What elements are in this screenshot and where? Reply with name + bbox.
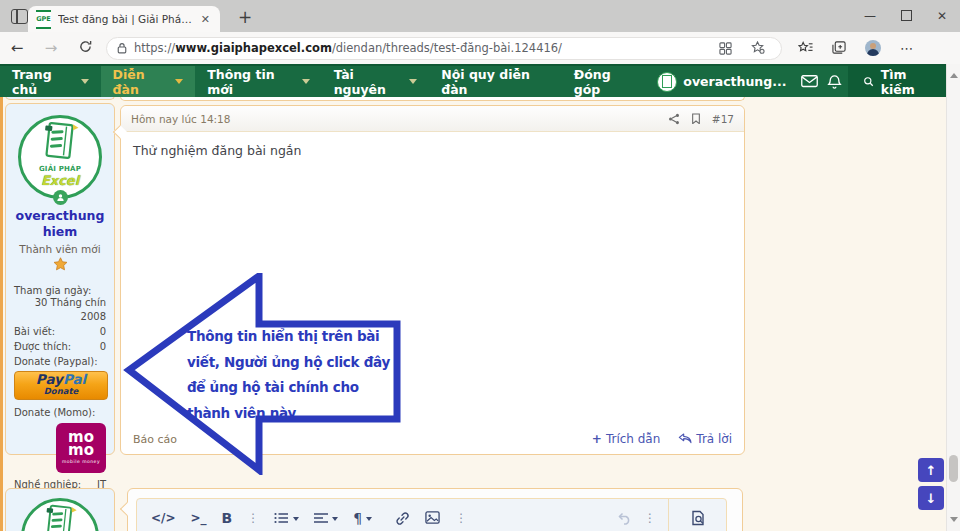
profile-avatar bbox=[865, 40, 881, 56]
chevron-down-icon bbox=[332, 517, 338, 524]
nav-item-tai-nguyen[interactable]: Tài nguyên bbox=[322, 66, 430, 97]
list-icon bbox=[274, 512, 289, 524]
browser-titlebar: GPE Test đăng bài | Giải Pháp Excel ✕ + … bbox=[0, 0, 960, 32]
scroll-down-button[interactable]: ↓ bbox=[918, 486, 944, 510]
bold-button[interactable]: B bbox=[222, 510, 233, 526]
chevron-down-icon bbox=[81, 79, 89, 88]
post-author-username[interactable]: overacthunghiem bbox=[14, 208, 106, 241]
favorites-button[interactable] bbox=[792, 36, 818, 60]
user-avatar-small bbox=[657, 72, 677, 92]
nav-item-dong-gop[interactable]: Đóng góp bbox=[562, 66, 648, 97]
browser-menu-button[interactable]: ⋯ bbox=[894, 36, 920, 60]
align-icon bbox=[314, 512, 328, 524]
stat-value: 0 bbox=[100, 324, 106, 339]
tab-favicon-icon: GPE bbox=[36, 10, 51, 29]
undo-button[interactable] bbox=[618, 512, 632, 525]
forward-button[interactable]: → bbox=[34, 39, 68, 57]
align-button[interactable] bbox=[314, 512, 338, 524]
member-star-icon bbox=[14, 257, 106, 276]
tab-close-icon[interactable]: ✕ bbox=[199, 13, 212, 26]
stat-label: Bài viết: bbox=[14, 324, 55, 339]
toolbar-overflow-icon[interactable]: ⋮ bbox=[644, 511, 656, 525]
user-card: GIẢI PHÁP Excel overacthunghiem Thành vi… bbox=[5, 103, 115, 455]
nav-item-thong-tin-moi[interactable]: Thông tin mới bbox=[195, 66, 321, 97]
post-number[interactable]: #17 bbox=[712, 113, 734, 125]
nav-label: Trang chủ bbox=[12, 67, 74, 97]
online-status-icon bbox=[53, 190, 68, 205]
scrollbar-up-icon[interactable] bbox=[950, 69, 958, 78]
nav-item-dien-dan[interactable]: Diễn đàn bbox=[101, 66, 196, 97]
nav-label: Diễn đàn bbox=[113, 67, 169, 97]
search-button[interactable]: Tìm kiếm bbox=[848, 66, 946, 97]
user-avatar[interactable]: GIẢI PHÁP Excel bbox=[18, 115, 102, 199]
add-favorite-button[interactable] bbox=[745, 36, 771, 60]
nav-item-trang-chu[interactable]: Trang chủ bbox=[0, 66, 101, 97]
apps-grid-icon bbox=[719, 42, 732, 55]
previous-post-edge bbox=[120, 97, 745, 101]
url-text: https://www.giaiphapexcel.com/diendan/th… bbox=[134, 41, 705, 55]
scrollbar-thumb[interactable] bbox=[949, 455, 958, 482]
collections-button[interactable] bbox=[826, 36, 852, 60]
insert-link-button[interactable] bbox=[395, 511, 410, 526]
paragraph-format-button[interactable]: ¶ bbox=[353, 510, 372, 526]
chevron-down-icon bbox=[302, 79, 310, 88]
user-avatar[interactable] bbox=[21, 498, 99, 531]
insert-image-button[interactable] bbox=[425, 511, 440, 524]
post-header: Hôm nay lúc 14:18 #17 bbox=[121, 106, 744, 132]
apps-grid-button[interactable] bbox=[712, 36, 738, 60]
alerts-button[interactable] bbox=[822, 74, 848, 90]
browser-tab[interactable]: GPE Test đăng bài | Giải Pháp Excel ✕ bbox=[28, 6, 220, 32]
chevron-down-icon bbox=[293, 517, 299, 524]
nav-label: Thông tin mới bbox=[207, 67, 294, 97]
lock-icon bbox=[117, 42, 127, 54]
preview-button[interactable] bbox=[669, 510, 726, 526]
momo-donate-button[interactable]: mo mo mobile money bbox=[56, 423, 106, 473]
window-maximize-button[interactable] bbox=[888, 0, 924, 31]
donate-momo-label: Donate (Momo): bbox=[14, 406, 106, 420]
page-scrollbar[interactable] bbox=[946, 64, 960, 531]
refresh-icon bbox=[79, 40, 92, 53]
link-icon bbox=[395, 511, 410, 526]
bookmark-icon[interactable] bbox=[691, 113, 701, 125]
toolbar-overflow-icon[interactable]: ⋮ bbox=[247, 511, 259, 525]
stat-value: 0 bbox=[100, 339, 106, 354]
inline-code-button[interactable]: >_ bbox=[191, 511, 207, 525]
gpe-notebook-icon bbox=[38, 121, 82, 161]
stat-label: Tham gia ngày: bbox=[14, 285, 106, 296]
scrollbar-down-icon[interactable] bbox=[950, 517, 958, 526]
quote-link[interactable]: +Trích dẫn bbox=[592, 432, 661, 446]
browser-addressbar: ← → https://www.giaiphapexcel.com/dienda… bbox=[0, 32, 960, 64]
share-icon[interactable] bbox=[668, 113, 680, 125]
url-field[interactable]: https://www.giaiphapexcel.com/diendan/th… bbox=[106, 37, 782, 60]
nav-item-noi-quy[interactable]: Nội quy diễn đàn bbox=[429, 66, 561, 97]
back-button[interactable]: ← bbox=[0, 39, 34, 57]
toolbar-overflow-icon[interactable]: ⋮ bbox=[455, 511, 467, 525]
window-close-button[interactable]: ✕ bbox=[924, 0, 960, 31]
scroll-up-button[interactable]: ↑ bbox=[918, 458, 944, 482]
refresh-button[interactable] bbox=[68, 39, 102, 57]
post-timestamp[interactable]: Hôm nay lúc 14:18 bbox=[131, 113, 230, 125]
new-tab-button[interactable]: + bbox=[238, 7, 252, 27]
maximize-icon bbox=[901, 10, 912, 21]
previous-post-sidebar-edge bbox=[5, 97, 115, 100]
search-icon bbox=[863, 76, 874, 87]
page-content: GIẢI PHÁP Excel overacthunghiem Thành vi… bbox=[0, 97, 946, 531]
list-button[interactable] bbox=[274, 512, 299, 524]
tab-workspaces-icon[interactable] bbox=[11, 9, 28, 24]
code-button[interactable]: </> bbox=[151, 511, 176, 525]
paypal-donate-button[interactable]: PayPal Donate bbox=[14, 371, 108, 400]
stat-value: 30 Tháng chín 2008 bbox=[14, 296, 106, 324]
reply-link[interactable]: Trả lời bbox=[678, 432, 732, 446]
image-icon bbox=[425, 511, 440, 524]
username-display: overacthung... bbox=[683, 74, 786, 89]
inbox-button[interactable] bbox=[796, 75, 822, 87]
forum-navbar: Trang chủ Diễn đàn Thông tin mới Tài ngu… bbox=[0, 64, 946, 97]
profile-button[interactable] bbox=[860, 36, 886, 60]
chevron-down-icon bbox=[175, 79, 183, 88]
editor-notch bbox=[120, 502, 134, 516]
window-minimize-button[interactable]: — bbox=[852, 0, 888, 31]
report-link[interactable]: Báo cáo bbox=[133, 433, 177, 446]
reply-icon bbox=[678, 433, 692, 444]
account-menu[interactable]: overacthung... bbox=[647, 72, 796, 92]
annotation-text: Thông tin hiển thị trên bài viết, Người … bbox=[187, 324, 390, 426]
